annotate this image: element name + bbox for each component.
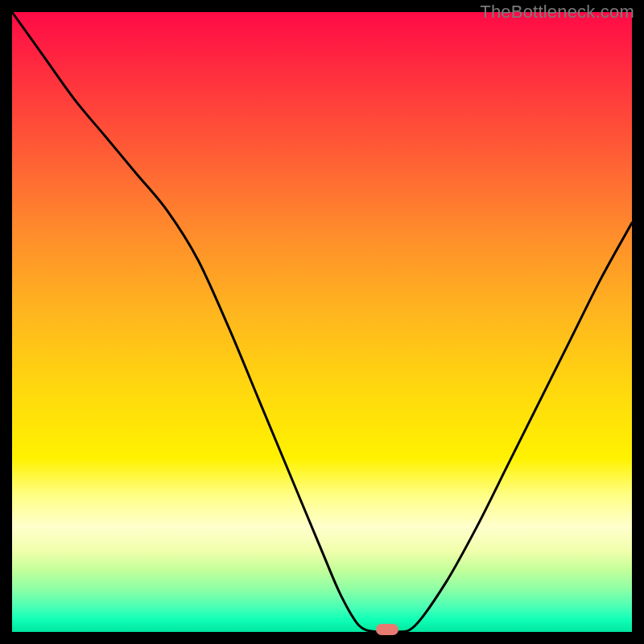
chart-frame: TheBottleneck.com <box>0 0 644 644</box>
curve-svg <box>12 12 632 632</box>
watermark-text: TheBottleneck.com <box>480 2 634 23</box>
bottleneck-curve-path <box>12 12 632 633</box>
plot-area <box>12 12 632 632</box>
optimal-marker <box>376 624 398 635</box>
